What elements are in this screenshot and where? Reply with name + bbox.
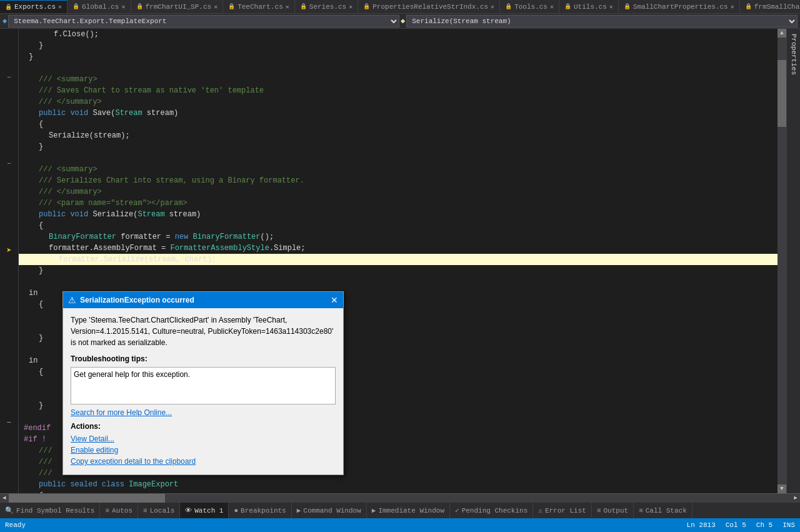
- gutter-fold-3[interactable]: −: [7, 418, 12, 428]
- tab-label-tools: Tools.cs: [514, 3, 548, 11]
- watch-icon: 👁: [185, 506, 192, 514]
- code-line-7: /// </summary>: [19, 96, 778, 108]
- tab-close-utils[interactable]: ✕: [609, 3, 613, 11]
- error-list-icon: ⚠: [538, 506, 542, 514]
- dialog-action-copy-exception[interactable]: Copy exception detail to the clipboard: [71, 457, 336, 466]
- code-line-1: f.Close();: [19, 29, 778, 40]
- gutter-line-33: [0, 374, 18, 385]
- gutter-line-15: [0, 180, 18, 191]
- bottom-tab-watch1[interactable]: 👁 Watch 1: [180, 503, 229, 519]
- tab-close-tools[interactable]: ✕: [550, 3, 554, 11]
- status-right: Ln 2813 Col 5 Ch 5 INS: [687, 521, 795, 529]
- gutter-fold-1[interactable]: −: [0, 72, 18, 83]
- locals-icon: ≡: [143, 507, 148, 514]
- output-icon: ≡: [597, 507, 601, 514]
- dialog-action-view-detail[interactable]: View Detail...: [71, 434, 336, 443]
- gutter-line-11: [0, 137, 18, 148]
- tab-lock-proprel: 🔒: [363, 3, 370, 10]
- code-line-21-current: formatter.Serialize(stream, chart);: [19, 254, 778, 265]
- tab-close-proprel[interactable]: ✕: [491, 3, 494, 11]
- gutter-line-40: [0, 450, 18, 461]
- bottom-tab-immediate-window[interactable]: ▶ Immediate Window: [367, 503, 450, 519]
- bottom-tab-find-symbol[interactable]: 🔍 Find Symbol Results: [0, 503, 100, 519]
- tab-utils[interactable]: 🔒 Utils.cs ✕: [559, 0, 619, 14]
- bottom-tab-pending-checkins[interactable]: ✓ Pending Checkins: [450, 503, 533, 519]
- tab-label-global: Global.cs: [82, 3, 119, 11]
- scroll-left-arrow[interactable]: ◄: [0, 494, 9, 503]
- bottom-tab-call-stack[interactable]: ≡ Call Stack: [634, 503, 692, 519]
- dialog-warning-icon: ⚠: [68, 295, 76, 305]
- tab-close-teechart[interactable]: ✕: [286, 3, 289, 11]
- gutter-line-24: [0, 277, 18, 288]
- gutter-fold-2[interactable]: −: [0, 158, 18, 169]
- code-line-14: /// Serializes Chart into stream, using …: [19, 175, 778, 186]
- hscroll-track[interactable]: [9, 494, 791, 503]
- bottom-tab-output[interactable]: ≡ Output: [592, 503, 634, 519]
- bottom-tab-error-list[interactable]: ⚠ Error List: [533, 503, 592, 519]
- gutter-line-4: [0, 61, 18, 72]
- code-line-19: BinaryFormatter formatter = new BinaryFo…: [19, 231, 778, 243]
- tab-tools[interactable]: 🔒 Tools.cs ✕: [500, 0, 559, 14]
- tab-series[interactable]: 🔒 Series.cs ✕: [295, 0, 358, 14]
- tab-label-frmsmallchart: frmSmallChart_SP.cs: [754, 3, 800, 11]
- horizontal-scrollbar[interactable]: ◄ ►: [0, 493, 800, 502]
- dialog-help-link[interactable]: Search for more Help Online...: [71, 408, 336, 417]
- code-gutter: − − ➤ −: [0, 29, 19, 493]
- tab-lock-frmsmallchart: 🔒: [745, 3, 752, 10]
- tab-smallchartprop[interactable]: 🔒 SmallChartProperties.cs ✕: [619, 0, 740, 14]
- tab-close-series[interactable]: ✕: [349, 3, 352, 11]
- tab-lock-series: 🔒: [300, 3, 307, 10]
- code-line-8: public void Save(Stream stream): [19, 108, 778, 119]
- vertical-scrollbar[interactable]: ▲ ▼: [778, 29, 786, 493]
- gutter-line-36: [0, 407, 18, 418]
- code-line-3: }: [19, 51, 778, 63]
- command-window-icon: ▶: [297, 506, 301, 514]
- code-line-2: }: [19, 40, 778, 51]
- scroll-right-arrow[interactable]: ►: [791, 494, 800, 503]
- tab-teechart[interactable]: 🔒 TeeChart.cs ✕: [223, 0, 295, 14]
- immediate-window-icon: ▶: [372, 506, 376, 514]
- nav-class-select[interactable]: Steema.TeeChart.Export.TemplateExport: [8, 15, 399, 28]
- code-line-23: [19, 276, 778, 288]
- dialog-action-enable-editing[interactable]: Enable editing: [71, 446, 336, 454]
- status-ln: Ln 2813: [687, 521, 716, 529]
- scrollbar-down-arrow[interactable]: ▼: [778, 484, 786, 493]
- tab-lock-global: 🔒: [72, 3, 79, 10]
- dialog-close-button[interactable]: ✕: [331, 295, 338, 305]
- code-line-9: {: [19, 119, 778, 130]
- tab-frmchartui[interactable]: 🔒 frmChartUI_SP.cs ✕: [131, 0, 224, 14]
- tab-label-frmchartui: frmChartUI_SP.cs: [146, 3, 212, 11]
- gutter-line-3: [0, 51, 18, 61]
- status-ch: Ch 5: [756, 521, 772, 529]
- tab-properties-rel[interactable]: 🔒 PropertiesRelativeStrIndx.cs ✕: [358, 0, 500, 14]
- bottom-tab-autos[interactable]: ≡ Autos: [100, 503, 138, 519]
- code-line-18: {: [19, 220, 778, 231]
- bottom-tab-breakpoints[interactable]: ● Breakpoints: [229, 503, 291, 519]
- hscroll-thumb[interactable]: [9, 494, 165, 503]
- tab-label-utils: Utils.cs: [574, 3, 607, 11]
- tab-close-frmchartui[interactable]: ✕: [214, 3, 218, 11]
- bottom-tab-command-window[interactable]: ▶ Command Window: [292, 503, 367, 519]
- properties-panel[interactable]: Properties: [786, 29, 800, 493]
- tab-close-global[interactable]: ✕: [121, 3, 125, 11]
- scrollbar-up-arrow[interactable]: ▲: [778, 29, 786, 38]
- command-window-label: Command Window: [303, 507, 361, 514]
- tab-global[interactable]: 🔒 Global.cs ✕: [68, 0, 131, 14]
- tab-close-exports[interactable]: ✕: [58, 3, 62, 11]
- dialog-title: SerializationException occurred: [80, 296, 327, 304]
- tab-lock-smallchartprop: 🔒: [624, 3, 631, 10]
- scrollbar-track[interactable]: [778, 38, 786, 484]
- tab-lock-frmchartui: 🔒: [136, 3, 143, 10]
- nav-method-select[interactable]: Serialize(Stream stream): [406, 15, 798, 28]
- tab-close-smallchartprop[interactable]: ✕: [731, 3, 734, 11]
- gutter-line-1: [0, 29, 18, 39]
- code-line-6: /// Saves Chart to stream as native 'ten…: [19, 85, 778, 96]
- bottom-tab-locals[interactable]: ≡ Locals: [138, 503, 180, 519]
- code-editor[interactable]: f.Close(); } } /// <summary> /// Saves C…: [19, 29, 778, 493]
- editor-container: − − ➤ −: [0, 29, 800, 493]
- scrollbar-thumb[interactable]: [778, 60, 786, 127]
- gutter-line-17: [0, 202, 18, 213]
- tab-exports[interactable]: 🔒 Exports.cs ✕: [0, 0, 68, 14]
- gutter-line-42: [0, 472, 18, 483]
- tab-frmsmallchart[interactable]: 🔒 frmSmallChart_SP.cs ✕: [740, 0, 800, 14]
